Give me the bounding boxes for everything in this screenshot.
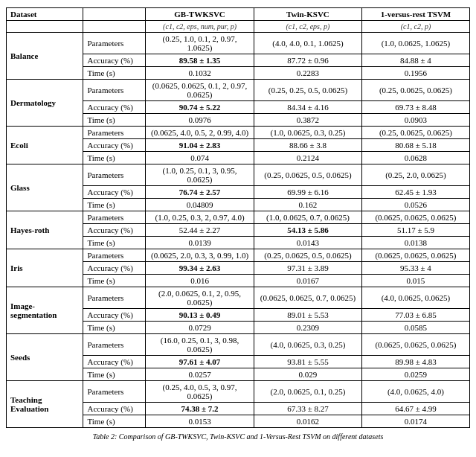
onevs-value: (0.25, 2.0, 0.0625) <box>361 164 469 186</box>
onevs-value: 95.33 ± 4 <box>361 262 469 275</box>
twin-value: (0.25, 0.0625, 0.5, 0.0625) <box>254 164 361 186</box>
onevs-value: 0.0259 <box>361 368 469 381</box>
subheader-twin-sub: (c1, c2, eps, p) <box>254 21 361 33</box>
metric-label: Accuracy (%) <box>83 262 146 275</box>
header-dataset: Dataset <box>7 8 83 21</box>
gb-value: 52.44 ± 2.27 <box>146 224 254 237</box>
metric-label: Parameters <box>83 211 146 224</box>
gb-value: (0.0625, 2.0, 0.3, 3, 0.99, 1.0) <box>146 249 254 262</box>
gb-value: 0.04809 <box>146 199 254 211</box>
metric-label: Time (s) <box>83 237 146 249</box>
gb-value: 89.58 ± 1.35 <box>146 54 254 67</box>
twin-value: (1.0, 0.0625, 0.3, 0.25) <box>254 127 361 139</box>
metric-label: Time (s) <box>83 152 146 164</box>
onevs-value: 0.0174 <box>361 415 469 428</box>
comparison-table: Dataset GB-TWKSVC Twin-KSVC 1-versus-res… <box>6 7 470 428</box>
metric-label: Accuracy (%) <box>83 139 146 152</box>
header-gb: GB-TWKSVC <box>146 8 254 21</box>
metric-label: Time (s) <box>83 322 146 334</box>
twin-value: 84.34 ± 4.16 <box>254 101 361 114</box>
metric-label: Parameters <box>83 249 146 262</box>
metric-label: Accuracy (%) <box>83 186 146 199</box>
gb-value: 0.0257 <box>146 368 254 381</box>
onevs-value: 0.0526 <box>361 199 469 211</box>
subheader-empty2 <box>83 21 146 33</box>
metric-label: Accuracy (%) <box>83 403 146 415</box>
twin-value: (1.0, 0.0625, 0.7, 0.0625) <box>254 211 361 224</box>
subheader-gb-sub: (c1, c2, eps, num, pur, p) <box>146 21 254 33</box>
twin-value: 0.0143 <box>254 237 361 249</box>
gb-value: 90.13 ± 0.49 <box>146 309 254 322</box>
twin-value: (0.25, 0.0625, 0.5, 0.0625) <box>254 249 361 262</box>
twin-value: (4.0, 0.0625, 0.3, 0.25) <box>254 334 361 356</box>
twin-value: 0.0162 <box>254 415 361 428</box>
twin-value: 0.2124 <box>254 152 361 164</box>
metric-label: Time (s) <box>83 368 146 381</box>
metric-label: Parameters <box>83 33 146 54</box>
onevs-value: 0.1956 <box>361 67 469 80</box>
twin-value: 88.66 ± 3.8 <box>254 139 361 152</box>
gb-value: (1.0, 0.25, 0.3, 2, 0.97, 4.0) <box>146 211 254 224</box>
gb-value: (0.0625, 4.0, 0.5, 2, 0.99, 4.0) <box>146 127 254 139</box>
twin-value: (0.0625, 0.0625, 0.7, 0.0625) <box>254 287 361 309</box>
metric-label: Accuracy (%) <box>83 224 146 237</box>
dataset-label: Teaching Evaluation <box>7 381 83 428</box>
onevs-value: 84.88 ± 4 <box>361 54 469 67</box>
onevs-value: 69.73 ± 8.48 <box>361 101 469 114</box>
onevs-value: (0.0625, 0.0625, 0.0625) <box>361 334 469 356</box>
gb-value: (0.0625, 0.0625, 0.1, 2, 0.97, 0.0625) <box>146 80 254 101</box>
onevs-value: 0.0903 <box>361 114 469 127</box>
dataset-label: Image-segmentation <box>7 287 83 334</box>
gb-value: (1.0, 0.25, 0.1, 3, 0.95, 0.0625) <box>146 164 254 186</box>
twin-value: 0.029 <box>254 368 361 381</box>
gb-value: 99.34 ± 2.63 <box>146 262 254 275</box>
metric-label: Accuracy (%) <box>83 309 146 322</box>
metric-label: Parameters <box>83 164 146 186</box>
twin-value: (0.25, 0.25, 0.5, 0.0625) <box>254 80 361 101</box>
gb-value: (0.25, 1.0, 0.1, 2, 0.97, 1.0625) <box>146 33 254 54</box>
metric-label: Parameters <box>83 80 146 101</box>
gb-value: 0.0976 <box>146 114 254 127</box>
metric-label: Time (s) <box>83 114 146 127</box>
onevs-value: (0.0625, 0.0625, 0.0625) <box>361 249 469 262</box>
onevs-value: 89.98 ± 4.83 <box>361 356 469 368</box>
metric-label: Parameters <box>83 381 146 403</box>
twin-value: 0.2309 <box>254 322 361 334</box>
twin-value: 97.31 ± 3.89 <box>254 262 361 275</box>
header-twin: Twin-KSVC <box>254 8 361 21</box>
onevs-value: (0.0625, 0.0625, 0.0625) <box>361 211 469 224</box>
gb-value: 0.1032 <box>146 67 254 80</box>
metric-label: Accuracy (%) <box>83 356 146 368</box>
onevs-value: 64.67 ± 4.99 <box>361 403 469 415</box>
twin-value: 89.01 ± 5.53 <box>254 309 361 322</box>
header-metric-col <box>83 8 146 21</box>
dataset-label: Dermatology <box>7 80 83 127</box>
gb-value: (2.0, 0.0625, 0.1, 2, 0.95, 0.0625) <box>146 287 254 309</box>
twin-value: 87.72 ± 0.96 <box>254 54 361 67</box>
dataset-label: Ecoli <box>7 127 83 164</box>
twin-value: 0.3872 <box>254 114 361 127</box>
gb-value: (16.0, 0.25, 0.1, 3, 0.98, 0.0625) <box>146 334 254 356</box>
gb-value: 91.04 ± 2.83 <box>146 139 254 152</box>
metric-label: Time (s) <box>83 67 146 80</box>
twin-value: 0.162 <box>254 199 361 211</box>
twin-value: (2.0, 0.0625, 0.1, 0.25) <box>254 381 361 403</box>
onevs-value: 0.0138 <box>361 237 469 249</box>
onevs-value: (4.0, 0.0625, 4.0) <box>361 381 469 403</box>
onevs-value: 62.45 ± 1.93 <box>361 186 469 199</box>
metric-label: Time (s) <box>83 275 146 287</box>
onevs-value: (4.0, 0.0625, 0.0625) <box>361 287 469 309</box>
metric-label: Time (s) <box>83 415 146 428</box>
metric-label: Time (s) <box>83 199 146 211</box>
dataset-label: Balance <box>7 33 83 80</box>
dataset-label: Iris <box>7 249 83 287</box>
table-caption: Table 2: Comparison of GB-TWKSVC, Twin-K… <box>6 432 470 441</box>
gb-value: 76.74 ± 2.57 <box>146 186 254 199</box>
onevs-value: (1.0, 0.0625, 1.0625) <box>361 33 469 54</box>
gb-value: 0.0729 <box>146 322 254 334</box>
metric-label: Parameters <box>83 334 146 356</box>
twin-value: 69.99 ± 6.16 <box>254 186 361 199</box>
gb-value: 0.016 <box>146 275 254 287</box>
twin-value: 67.33 ± 8.27 <box>254 403 361 415</box>
gb-value: 97.61 ± 4.07 <box>146 356 254 368</box>
